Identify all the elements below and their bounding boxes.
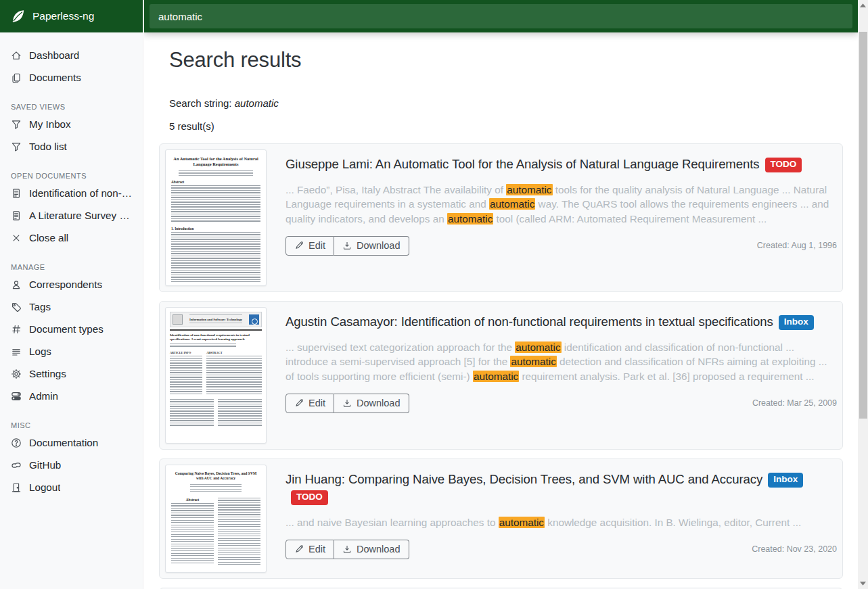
- pencil-icon: [294, 544, 304, 554]
- download-icon: [342, 241, 352, 250]
- tag-badge-todo: TODO: [765, 158, 802, 172]
- sidebar-item-label: GitHub: [29, 459, 61, 471]
- sidebar-item-label: Tags: [29, 301, 51, 312]
- card-actions: Edit Download: [285, 236, 409, 256]
- sidebar-item-label: A Literature Survey on ...: [29, 210, 132, 221]
- gear-icon: [11, 369, 22, 379]
- sidebar: Paperless-ng Dashboard Documents SAVED V…: [0, 0, 143, 589]
- sidebar-item-my-inbox[interactable]: My Inbox: [0, 113, 143, 135]
- file-text-icon: [11, 210, 22, 221]
- hash-icon: [11, 324, 22, 335]
- funnel-icon: [11, 141, 22, 152]
- search-term-highlight: automatic: [499, 517, 545, 528]
- document-title-link[interactable]: Giuseppe Lami: An Automatic Tool for the…: [285, 157, 760, 171]
- results-list: An Automatic Tool for the Analysis of Na…: [159, 143, 843, 589]
- funnel-icon: [11, 119, 22, 130]
- sidebar-header: Paperless-ng: [0, 0, 143, 32]
- sidebar-item-a-literature-survey-on[interactable]: A Literature Survey on ...: [0, 204, 143, 227]
- search-string-value: automatic: [235, 97, 279, 109]
- search-term-highlight: automatic: [510, 356, 556, 367]
- search-term-highlight: automatic: [489, 198, 535, 210]
- sidebar-item-label: Settings: [29, 368, 66, 379]
- person-icon: [11, 279, 22, 290]
- sidebar-item-label: Correspondents: [29, 279, 102, 290]
- journal-cover: [249, 314, 259, 325]
- global-search-input[interactable]: [150, 4, 852, 28]
- files-icon: [11, 72, 22, 83]
- created-date: Created: Mar 25, 2009: [752, 398, 837, 413]
- door-icon: [11, 482, 22, 493]
- created-date: Created: Aug 1, 1996: [757, 241, 837, 256]
- download-button[interactable]: Download: [334, 236, 409, 256]
- sidebar-item-documents[interactable]: Documents: [0, 66, 143, 89]
- page-scrollbar[interactable]: [858, 0, 868, 589]
- sidebar-item-label: Logout: [29, 481, 60, 493]
- sidebar-item-label: Dashboard: [29, 49, 79, 61]
- list-icon: [11, 346, 22, 357]
- pencil-icon: [294, 398, 304, 408]
- sidebar-item-github[interactable]: GitHub: [0, 454, 143, 476]
- scroll-down-icon[interactable]: [858, 578, 868, 589]
- sidebar-section-heading: SAVED VIEWS: [11, 103, 132, 111]
- sidebar-item-todo-list[interactable]: Todo list: [0, 135, 143, 158]
- thumbnail-page: Comparing Naive Bayes, Decision Trees, a…: [166, 465, 266, 573]
- content: Search results Search string: automatic …: [144, 32, 858, 589]
- top-navbar: [144, 0, 858, 32]
- sidebar-item-identification-of-non-fu[interactable]: Identification of non-fu...: [0, 182, 143, 204]
- sidebar-item-settings[interactable]: Settings: [0, 362, 143, 385]
- document-title-link[interactable]: Agustin Casamayor: Identification of non…: [285, 314, 773, 329]
- document-thumbnail[interactable]: Information and Software Technology Iden…: [165, 307, 267, 444]
- scroll-up-icon[interactable]: [858, 0, 868, 11]
- result-card: Comparing Naive Bayes, Decision Trees, a…: [159, 458, 843, 579]
- search-term-highlight: automatic: [447, 213, 493, 225]
- download-button[interactable]: Download: [334, 540, 409, 559]
- x-icon: [11, 233, 22, 243]
- created-date: Created: Nov 23, 2020: [752, 544, 837, 559]
- sidebar-item-label: Documents: [29, 72, 81, 83]
- page-title: Search results: [169, 48, 843, 72]
- document-thumbnail[interactable]: An Automatic Tool for the Analysis of Na…: [165, 149, 267, 286]
- toggles-icon: [11, 391, 22, 402]
- search-snippet: ... Faedo”, Pisa, Italy Abstract The ava…: [285, 183, 837, 225]
- scrollbar-thumb[interactable]: [859, 32, 867, 419]
- sidebar-item-tags[interactable]: Tags: [0, 296, 143, 318]
- sidebar-item-admin[interactable]: Admin: [0, 385, 143, 407]
- sidebar-item-label: Document types: [29, 323, 104, 335]
- sidebar-item-documentation[interactable]: Documentation: [0, 431, 143, 454]
- main-area: Search results Search string: automatic …: [144, 0, 858, 589]
- tag-icon: [11, 302, 22, 312]
- edit-button[interactable]: Edit: [285, 236, 334, 256]
- sidebar-item-dashboard[interactable]: Dashboard: [0, 44, 143, 66]
- sidebar-item-label: Documentation: [29, 437, 98, 448]
- publisher-logo: [173, 314, 183, 325]
- sidebar-item-document-types[interactable]: Document types: [0, 318, 143, 340]
- sidebar-item-label: Todo list: [29, 141, 67, 152]
- sidebar-section-heading: OPEN DOCUMENTS: [11, 172, 132, 180]
- tag-badge-inbox: Inbox: [779, 315, 814, 330]
- document-thumbnail[interactable]: Comparing Naive Bayes, Decision Trees, a…: [165, 465, 267, 573]
- sidebar-item-close-all[interactable]: Close all: [0, 227, 143, 249]
- download-button[interactable]: Download: [334, 394, 409, 413]
- sidebar-section-heading: MISC: [11, 421, 132, 429]
- edit-button[interactable]: Edit: [285, 394, 334, 413]
- thumbnail-page: Information and Software Technology Iden…: [166, 308, 266, 431]
- document-title-link[interactable]: Jin Huang: Comparing Naive Bayes, Decisi…: [285, 472, 762, 486]
- sidebar-item-logs[interactable]: Logs: [0, 340, 143, 362]
- tag-badge-todo: TODO: [291, 490, 328, 505]
- sidebar-item-logout[interactable]: Logout: [0, 476, 143, 498]
- sidebar-nav: Dashboard Documents SAVED VIEWS My Inbox…: [0, 32, 143, 498]
- question-circle-icon: [11, 438, 22, 448]
- edit-button[interactable]: Edit: [285, 540, 334, 559]
- sidebar-section-heading: MANAGE: [11, 263, 132, 271]
- result-count: 5 result(s): [169, 120, 843, 132]
- result-card: An Automatic Tool for the Analysis of Na…: [159, 143, 843, 292]
- thumbnail-page: An Automatic Tool for the Analysis of Na…: [166, 150, 266, 286]
- card-actions: Edit Download: [285, 394, 409, 413]
- sidebar-item-label: Close all: [29, 232, 68, 243]
- link-icon: [11, 460, 22, 471]
- sidebar-item-label: Admin: [29, 390, 58, 402]
- tag-badge-inbox: Inbox: [768, 473, 803, 488]
- sidebar-item-correspondents[interactable]: Correspondents: [0, 273, 143, 296]
- download-icon: [342, 544, 352, 554]
- search-snippet: ... and naive Bayesian learning approach…: [285, 515, 837, 529]
